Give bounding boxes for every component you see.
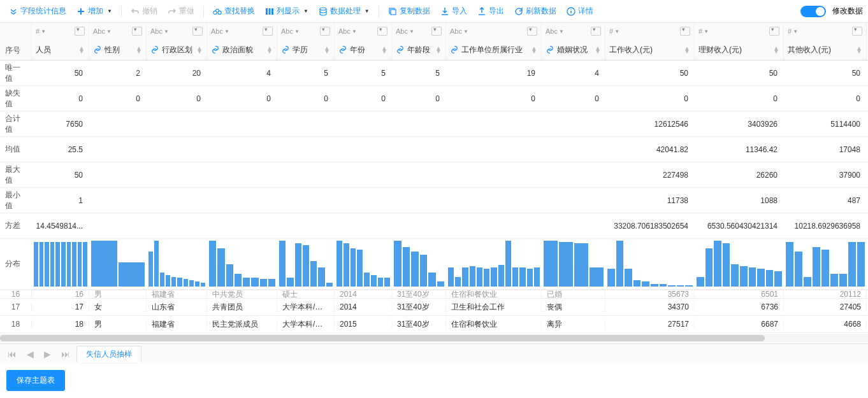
- filter-button[interactable]: [263, 27, 273, 36]
- filter-button[interactable]: [377, 27, 387, 36]
- sort-icon[interactable]: ▲▼: [196, 46, 203, 53]
- table-cell[interactable]: 6736: [695, 302, 784, 311]
- table-cell[interactable]: 大学本科/大...: [277, 302, 335, 313]
- filter-button[interactable]: [431, 27, 442, 36]
- table-cell[interactable]: 福建省: [147, 319, 207, 330]
- column-header[interactable]: Abc ▼工作单位所属行业▲▼: [446, 23, 542, 60]
- export-button[interactable]: 导出: [474, 3, 508, 19]
- sheet-tab[interactable]: 失信人员抽样: [76, 346, 141, 362]
- column-header[interactable]: Abc ▼学历▲▼: [277, 23, 335, 60]
- table-cell[interactable]: 硕士: [277, 290, 335, 299]
- export-icon: [477, 7, 486, 16]
- detail-button[interactable]: 详情: [563, 3, 597, 19]
- table-row[interactable]: 1616男福建省中共党员硕士201431至40岁住宿和餐饮业已婚35673650…: [0, 290, 868, 299]
- sort-icon[interactable]: ▲▼: [381, 46, 387, 53]
- table-cell[interactable]: 女: [89, 302, 147, 313]
- type-tag: # ▼: [609, 27, 619, 35]
- filter-button[interactable]: [132, 27, 142, 36]
- table-cell[interactable]: 31至40岁: [392, 290, 446, 299]
- tab-prev-button[interactable]: ◀: [23, 348, 38, 360]
- column-header[interactable]: Abc ▼行政区划▲▼: [147, 23, 207, 60]
- column-header[interactable]: # ▼人员▲▼: [32, 23, 89, 60]
- table-cell[interactable]: 4668: [784, 320, 867, 329]
- table-cell[interactable]: 卫生和社会工作: [446, 302, 542, 313]
- table-cell[interactable]: 2014: [335, 302, 392, 311]
- table-cell[interactable]: 2015: [335, 320, 392, 329]
- column-header[interactable]: Abc ▼政治面貌▲▼: [207, 23, 277, 60]
- modify-data-toggle[interactable]: [800, 6, 826, 17]
- table-cell[interactable]: 共青团员: [207, 302, 277, 313]
- table-cell[interactable]: 17: [32, 302, 89, 311]
- table-cell[interactable]: 16: [32, 290, 89, 299]
- sort-icon[interactable]: ▲▼: [324, 46, 330, 53]
- column-header[interactable]: # ▼理财收入(元)▲▼: [695, 23, 784, 60]
- table-row[interactable]: 1818男福建省民主党派成员大学本科/大...201531至40岁住宿和餐饮业离…: [0, 316, 868, 333]
- table-cell[interactable]: 27405: [784, 302, 867, 311]
- filter-button[interactable]: [852, 27, 862, 36]
- sort-icon[interactable]: ▲▼: [531, 46, 537, 53]
- table-cell[interactable]: 20112: [784, 290, 867, 299]
- filter-button[interactable]: [192, 27, 203, 36]
- filter-button[interactable]: [591, 27, 601, 36]
- table-cell[interactable]: 6501: [695, 290, 784, 299]
- table-cell[interactable]: 住宿和餐饮业: [446, 290, 542, 299]
- column-header[interactable]: Abc ▼年龄段▲▼: [392, 23, 446, 60]
- table-cell[interactable]: 住宿和餐饮业: [446, 319, 542, 330]
- caret-icon: ▼: [303, 8, 308, 14]
- table-cell[interactable]: 男: [89, 319, 147, 330]
- copy-data-button[interactable]: 复制数据: [384, 3, 434, 19]
- sort-icon[interactable]: ▲▼: [595, 46, 601, 53]
- add-button[interactable]: 增加▼: [73, 3, 116, 19]
- field-stats-button[interactable]: 字段统计信息: [5, 3, 70, 19]
- data-process-button[interactable]: 数据处理▼: [315, 3, 373, 19]
- sort-icon[interactable]: ▲▼: [773, 46, 779, 53]
- table-cell[interactable]: 已婚: [542, 290, 605, 299]
- filter-button[interactable]: [680, 27, 690, 36]
- tab-first-button[interactable]: ⏮: [4, 348, 20, 360]
- horizontal-scrollbar[interactable]: [0, 334, 868, 342]
- table-cell[interactable]: 6687: [695, 320, 784, 329]
- column-header[interactable]: # ▼工作收入(元)▲▼: [605, 23, 695, 60]
- table-cell[interactable]: 18: [32, 320, 89, 329]
- filter-button[interactable]: [527, 27, 537, 36]
- find-replace-button[interactable]: 查找替换: [209, 3, 259, 19]
- sort-icon[interactable]: ▲▼: [136, 46, 142, 53]
- sort-icon[interactable]: ▲▼: [435, 46, 442, 53]
- sort-icon[interactable]: ▲▼: [684, 46, 690, 53]
- column-header[interactable]: Abc ▼年份▲▼: [335, 23, 392, 60]
- sort-icon[interactable]: ▲▼: [78, 46, 85, 53]
- tab-last-button[interactable]: ⏭: [57, 348, 74, 360]
- import-button[interactable]: 导入: [437, 3, 471, 19]
- table-cell[interactable]: 34370: [605, 302, 695, 311]
- column-header[interactable]: # ▼其他收入(元)▲▼: [784, 23, 867, 60]
- filter-button[interactable]: [75, 27, 85, 36]
- filter-button[interactable]: [320, 27, 330, 36]
- table-cell[interactable]: 27517: [605, 320, 695, 329]
- filter-button[interactable]: [769, 27, 779, 36]
- undo-button[interactable]: 撤销: [127, 3, 161, 19]
- sort-icon[interactable]: ▲▼: [856, 46, 862, 53]
- column-header[interactable]: Abc ▼婚姻状况▲▼: [542, 23, 605, 60]
- table-cell[interactable]: 男: [89, 290, 147, 299]
- table-cell[interactable]: 山东省: [147, 302, 207, 313]
- table-cell[interactable]: 离异: [542, 319, 605, 330]
- table-cell[interactable]: 2014: [335, 290, 392, 299]
- table-row[interactable]: 1717女山东省共青团员大学本科/大...201431至40岁卫生和社会工作丧偶…: [0, 299, 868, 316]
- column-display-button[interactable]: 列显示▼: [261, 3, 312, 19]
- column-header[interactable]: Abc ▼性别▲▼: [89, 23, 147, 60]
- sort-icon[interactable]: ▲▼: [266, 46, 273, 53]
- table-cell[interactable]: 福建省: [147, 290, 207, 299]
- redo-button[interactable]: 重做: [164, 3, 198, 19]
- table-cell[interactable]: 丧偶: [542, 302, 605, 313]
- scrollbar-thumb[interactable]: [0, 335, 765, 341]
- table-cell[interactable]: 31至40岁: [392, 319, 446, 330]
- refresh-button[interactable]: 刷新数据: [510, 3, 560, 19]
- table-cell[interactable]: 31至40岁: [392, 302, 446, 313]
- table-cell[interactable]: 民主党派成员: [207, 319, 277, 330]
- table-cell[interactable]: 35673: [605, 290, 695, 299]
- table-cell[interactable]: 大学本科/大...: [277, 319, 335, 330]
- tab-next-button[interactable]: ▶: [40, 348, 55, 360]
- save-theme-table-button[interactable]: 保存主题表: [6, 370, 65, 391]
- table-cell[interactable]: 中共党员: [207, 290, 277, 299]
- row-seq: 16: [0, 290, 32, 299]
